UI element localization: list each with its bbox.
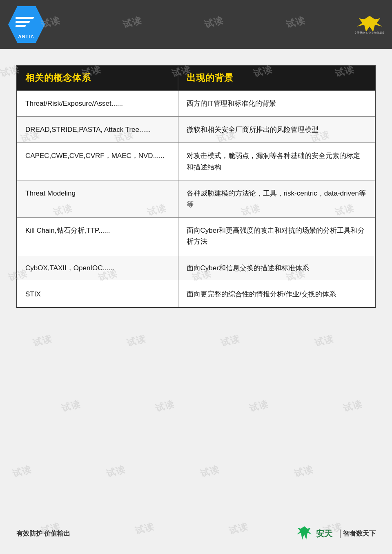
footer-brand: 安天 | 智者数天下 xyxy=(296,525,376,542)
table-cell-col1: Threat/Risk/Exposure/Asset...... xyxy=(17,90,178,117)
watermark: 试读 xyxy=(105,463,127,480)
watermark: 试读 xyxy=(342,398,364,414)
watermark: 试读 xyxy=(248,398,270,414)
table-cell-col1: DREAD,STRIDE,PASTA, Attack Tree...... xyxy=(17,117,178,143)
watermark: 试读 xyxy=(313,332,335,349)
logo-line-1 xyxy=(15,17,34,19)
table-row: Threat/Risk/Exposure/Asset......西方的IT管理和… xyxy=(17,90,375,117)
watermark: 试读 xyxy=(154,398,176,414)
watermark: 试读 xyxy=(125,332,147,349)
table-cell-col2: 西方的IT管理和标准化的背景 xyxy=(178,90,375,117)
svg-text:安天网络安全令牌第四届: 安天网络安全令牌第四届 xyxy=(355,31,384,35)
table-cell-col2: 面向更完整的综合性的情报分析/作业/交换的体系 xyxy=(178,281,375,307)
table-cell-col2: 对攻击模式，脆弱点，漏洞等各种基础的安全元素的标定和描述结构 xyxy=(178,143,375,180)
svg-marker-2 xyxy=(297,526,312,540)
table-cell-col2: 各种威胁建模的方法论，工具，risk-centric，data-driven等等 xyxy=(178,180,375,217)
logo-line-3 xyxy=(15,25,26,27)
table-cell-col1: STIX xyxy=(17,281,178,307)
brand-icon: 安天网络安全令牌第四届 xyxy=(355,13,384,36)
header-brand: 安天网络安全令牌第四届 xyxy=(355,13,384,36)
table-row: DREAD,STRIDE,PASTA, Attack Tree......微软和… xyxy=(17,117,375,143)
table-cell-col1: Kill Chain,钻石分析,TTP...... xyxy=(17,218,178,255)
table-cell-col2: 微软和相关安全厂商所推出的风险管理模型 xyxy=(178,117,375,143)
header: ANTIY. 安天网络安全令牌第四届 xyxy=(0,0,392,49)
watermark: 试读 xyxy=(60,398,82,414)
content-table: 相关的概念体系 出现的背景 Threat/Risk/Exposure/Asset… xyxy=(16,65,376,308)
footer-brand-sub: 智者数天下 xyxy=(340,530,376,538)
table-row: CAPEC,CWE,CVE,CVRF，MAEC，NVD......对攻击模式，脆… xyxy=(17,143,375,180)
main-content: 相关的概念体系 出现的背景 Threat/Risk/Exposure/Asset… xyxy=(0,49,392,320)
table-cell-col1: CAPEC,CWE,CVE,CVRF，MAEC，NVD...... xyxy=(17,143,178,180)
table-row: Threat Modeling各种威胁建模的方法论，工具，risk-centri… xyxy=(17,180,375,217)
watermark: 试读 xyxy=(219,332,241,349)
footer-brand-name: 安天 xyxy=(316,528,332,539)
table-cell-col1: CybOX,TAXII，OpenIOC...... xyxy=(17,255,178,281)
watermark: 试读 xyxy=(293,463,315,480)
col2-header: 出现的背景 xyxy=(178,66,375,90)
table-cell-col2: 面向Cyber和更高强度的攻击和对抗的场景的分析工具和分析方法 xyxy=(178,218,375,255)
logo: ANTIY. xyxy=(8,6,45,43)
watermark: 试读 xyxy=(199,463,221,480)
watermark: 试读 xyxy=(11,463,33,480)
table-row: STIX面向更完整的综合性的情报分析/作业/交换的体系 xyxy=(17,281,375,307)
logo-text: ANTIY. xyxy=(18,34,35,39)
footer-brand-icon xyxy=(296,525,312,542)
logo-lines xyxy=(16,11,38,33)
svg-marker-0 xyxy=(357,16,382,31)
table-row: Kill Chain,钻石分析,TTP......面向Cyber和更高强度的攻击… xyxy=(17,218,375,255)
col1-header: 相关的概念体系 xyxy=(17,66,178,90)
footer: 有效防护 价值输出 安天 | 智者数天下 xyxy=(16,525,376,542)
table-cell-col1: Threat Modeling xyxy=(17,180,178,217)
watermark: 试读 xyxy=(31,332,53,349)
table-cell-col2: 面向Cyber和信息交换的描述和标准体系 xyxy=(178,255,375,281)
table-row: CybOX,TAXII，OpenIOC......面向Cyber和信息交换的描述… xyxy=(17,255,375,281)
logo-line-2 xyxy=(15,21,30,23)
table-header-row: 相关的概念体系 出现的背景 xyxy=(17,66,375,90)
footer-slogan: 有效防护 价值输出 xyxy=(16,530,70,538)
